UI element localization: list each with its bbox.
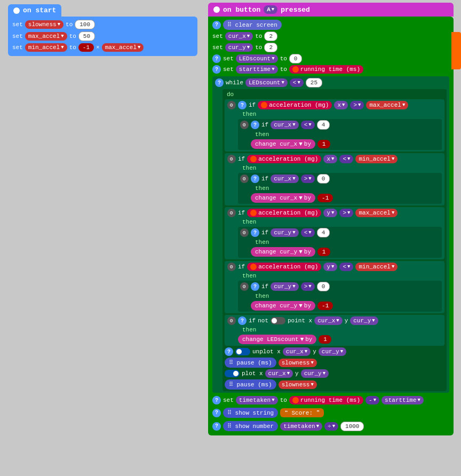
accel-y-pill2[interactable]: acceleration (mg) — [247, 263, 321, 271]
curx-val[interactable]: 2 — [264, 31, 277, 41]
cury-dd2[interactable]: cur_y ▼ — [271, 282, 298, 291]
question-icon-4[interactable]: ? — [215, 78, 224, 87]
gear-icon-9[interactable]: ⚙ — [227, 316, 236, 325]
y-dropdown2[interactable]: y ▼ — [323, 263, 337, 271]
change-cury-block1[interactable]: change cur_y ▼ by — [251, 247, 315, 257]
maxaccel-dropdown[interactable]: max_accel ▼ — [25, 32, 67, 41]
accel-y-pill1[interactable]: acceleration (mg) — [247, 209, 321, 217]
on-start-header[interactable]: on start — [8, 4, 61, 17]
gear-icon-3[interactable]: ⚙ — [227, 155, 236, 163]
cury-dd1[interactable]: cur_y ▼ — [271, 228, 298, 237]
change-curx-block1[interactable]: change cur_x ▼ by — [251, 139, 315, 149]
cury-plot-dropdown[interactable]: cur_y ▼ — [301, 369, 329, 378]
slowness-value[interactable]: 100 — [75, 20, 95, 29]
while-val[interactable]: 25 — [306, 78, 322, 88]
question-icon-6[interactable]: ? — [251, 121, 259, 129]
change-cury-block2[interactable]: change cur_y ▼ by — [251, 301, 315, 311]
pause-block-1[interactable]: ⠿ pause (ms) — [225, 358, 276, 368]
question-icon-12[interactable]: ? — [212, 396, 221, 404]
by-val2[interactable]: -1 — [317, 194, 333, 202]
val4-2[interactable]: 4 — [317, 228, 330, 237]
toggle-icon-3[interactable] — [225, 370, 240, 377]
x-dropdown2[interactable]: x ▼ — [323, 155, 337, 163]
starttime-dropdown[interactable]: starttime ▼ — [236, 65, 278, 74]
question-icon-3[interactable]: ? — [212, 65, 221, 74]
running-time-pill2[interactable]: running time (ms) — [289, 396, 363, 404]
show-number-block[interactable]: ⠿ show number — [223, 421, 278, 431]
pause-block-2[interactable]: ⠿ pause (ms) — [225, 379, 276, 390]
curx-dd2[interactable]: cur_x ▼ — [271, 174, 298, 183]
timetaken-ref-dropdown[interactable]: timetaken ▼ — [280, 422, 322, 431]
gear-icon-1[interactable]: ⚙ — [227, 101, 236, 109]
accel-x-pill2[interactable]: acceleration (mg) — [247, 155, 321, 163]
by-val4[interactable]: -1 — [317, 302, 333, 310]
change-ledscount-block[interactable]: change LEDscount ▼ by — [238, 335, 316, 344]
question-icon-2[interactable]: ? — [212, 54, 221, 63]
lt-dropdown[interactable]: < ▼ — [290, 78, 304, 87]
slowness-pause2-dropdown[interactable]: slowness ▼ — [279, 380, 317, 389]
question-icon-11[interactable]: ? — [225, 347, 233, 356]
lt-dd1[interactable]: < ▼ — [301, 121, 315, 129]
div-dropdown[interactable]: ÷ ▼ — [324, 422, 338, 431]
x-dropdown1[interactable]: x ▼ — [334, 101, 348, 109]
maxaccel-value[interactable]: 50 — [78, 31, 95, 41]
minaccel-ref2[interactable]: min_accel ▼ — [355, 263, 398, 271]
gear-icon-7[interactable]: ⚙ — [227, 263, 236, 271]
val0-2[interactable]: 0 — [317, 282, 330, 291]
cury-dropdown[interactable]: cur_y ▼ — [225, 43, 253, 52]
question-icon-7[interactable]: ? — [251, 174, 259, 183]
gear-icon-2[interactable]: ⚙ — [240, 121, 249, 129]
lt-dd3[interactable]: < ▼ — [301, 228, 315, 237]
question-icon-8[interactable]: ? — [251, 228, 259, 237]
running-time-pill[interactable]: running time (ms) — [289, 65, 363, 74]
on-button-header[interactable]: on button A ▼ pressed — [208, 3, 454, 17]
minaccel-dropdown[interactable]: min_accel ▼ — [25, 43, 67, 52]
cury-val[interactable]: 2 — [264, 43, 277, 52]
curx-dd1[interactable]: cur_x ▼ — [271, 121, 298, 129]
curx-unplot-dropdown[interactable]: cur_x ▼ — [283, 347, 311, 356]
score-string[interactable]: ❝ Score: ❞ — [280, 408, 324, 417]
gear-icon-6[interactable]: ⚙ — [240, 228, 249, 237]
val0-1[interactable]: 0 — [317, 174, 330, 184]
starttime-ref-dropdown[interactable]: starttime ▼ — [381, 396, 424, 404]
curx-point-dropdown[interactable]: cur_x ▼ — [314, 316, 342, 325]
clear-screen-block[interactable]: ⠿ clear screen — [223, 20, 282, 30]
question-icon-14[interactable]: ? — [212, 422, 221, 431]
gt-dropdown3[interactable]: > ▼ — [339, 209, 353, 217]
gt-dd4[interactable]: > ▼ — [301, 282, 315, 291]
toggle-icon-1[interactable] — [271, 317, 285, 324]
ledscount-by-val[interactable]: 1 — [319, 335, 331, 344]
question-icon-9[interactable]: ? — [251, 282, 259, 291]
val4-1[interactable]: 4 — [317, 120, 330, 130]
question-icon-13[interactable]: ? — [212, 409, 221, 417]
neg1-value[interactable]: -1 — [78, 43, 94, 52]
cury-unplot-dropdown[interactable]: cur_y ▼ — [319, 347, 346, 356]
gear-icon-8[interactable]: ⚙ — [240, 282, 249, 291]
question-icon-5[interactable]: ? — [238, 101, 247, 109]
cury-point-dropdown[interactable]: cur_y ▼ — [350, 316, 378, 325]
lt-dropdown2[interactable]: < ▼ — [339, 155, 353, 163]
gt-dropdown1[interactable]: > ▼ — [350, 101, 364, 109]
maxaccel-ref1[interactable]: max_accel ▼ — [366, 101, 408, 109]
slowness-dropdown[interactable]: slowness ▼ — [25, 20, 63, 29]
minus-dropdown[interactable]: - ▼ — [365, 396, 379, 404]
curx-plot-dropdown[interactable]: cur_x ▼ — [265, 369, 293, 378]
by-val1[interactable]: 1 — [317, 140, 330, 148]
div-val[interactable]: 1000 — [340, 422, 364, 431]
lt-dropdown4[interactable]: < ▼ — [339, 263, 353, 271]
gear-icon-4[interactable]: ⚙ — [240, 174, 249, 183]
gt-dd2[interactable]: > ▼ — [301, 174, 315, 183]
timetaken-dropdown[interactable]: timetaken ▼ — [236, 396, 278, 404]
accel-x-pill1[interactable]: acceleration (mg) — [258, 101, 332, 109]
slowness-pause1-dropdown[interactable]: slowness ▼ — [279, 359, 317, 367]
ledscount-val[interactable]: 0 — [289, 54, 303, 64]
ledscount-while-dropdown[interactable]: LEDscount ▼ — [245, 78, 288, 87]
question-icon-10[interactable]: ? — [238, 316, 247, 325]
minaccel-ref1[interactable]: min_accel ▼ — [355, 155, 398, 163]
orange-tab[interactable] — [451, 32, 461, 69]
by-val3[interactable]: 1 — [317, 248, 330, 256]
button-a-dropdown[interactable]: A ▼ — [264, 5, 277, 14]
change-curx-block2[interactable]: change cur_x ▼ by — [251, 193, 315, 203]
maxaccel-ref2[interactable]: max_accel ▼ — [355, 209, 398, 217]
question-icon-1[interactable]: ? — [212, 21, 221, 29]
